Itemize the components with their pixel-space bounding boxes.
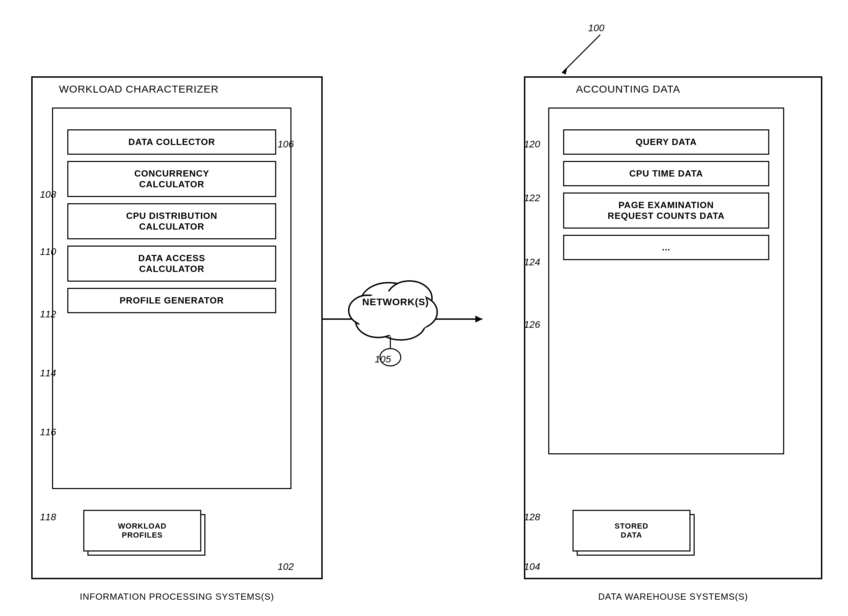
ref-105: 105 <box>375 354 391 365</box>
cpu-time-box: CPU TIME DATA <box>563 161 769 186</box>
svg-point-39 <box>377 309 425 340</box>
svg-marker-34 <box>475 315 482 323</box>
svg-line-0 <box>562 45 590 73</box>
ref-124: 124 <box>524 257 540 268</box>
svg-marker-35 <box>427 315 434 323</box>
data-collector-box: DATA COLLECTOR <box>67 129 276 155</box>
ref-110: 110 <box>40 246 56 258</box>
ref-116: 116 <box>40 426 56 438</box>
network-label: NETWORK(S) <box>361 296 430 308</box>
ref-128: 128 <box>524 512 540 523</box>
svg-point-48 <box>358 304 398 334</box>
ref-120: 120 <box>524 139 540 150</box>
diagram: 100 WORKLOAD CHARACTERIZER DATA COLLECTO… <box>0 0 848 616</box>
ref-106: 106 <box>277 139 294 150</box>
svg-line-1 <box>590 35 600 45</box>
profile-generator-box: PROFILE GENERATOR <box>67 288 276 313</box>
ref-100: 100 <box>588 22 605 34</box>
right-section-title: ACCOUNTING DATA <box>576 83 680 95</box>
data-access-box: DATA ACCESSCALCULATOR <box>67 246 276 281</box>
ref-126: 126 <box>524 319 540 330</box>
ref-104: 104 <box>524 561 540 572</box>
left-section-title: WORKLOAD CHARACTERIZER <box>59 83 219 95</box>
svg-point-47 <box>377 309 422 336</box>
left-bottom-label: INFORMATION PROCESSING SYSTEMS(S) <box>31 591 323 602</box>
query-data-box: QUERY DATA <box>563 129 769 155</box>
workload-profiles-stack: WORKLOADPROFILES <box>83 510 208 558</box>
ref-118: 118 <box>40 512 56 523</box>
page-examination-box: PAGE EXAMINATIONREQUEST COUNTS DATA <box>563 192 769 229</box>
ref-102: 102 <box>277 561 294 572</box>
right-bottom-label: DATA WAREHOUSE SYSTEMS(S) <box>524 591 822 602</box>
svg-point-40 <box>356 304 401 338</box>
ref-112: 112 <box>40 309 56 320</box>
ref-108: 108 <box>40 189 56 200</box>
cpu-distribution-box: CPU DISTRIBUTIONCALCULATOR <box>67 203 276 239</box>
ellipsis-box: ... <box>563 235 769 260</box>
left-inner-box: DATA COLLECTOR CONCURRENCYCALCULATOR CPU… <box>52 108 292 489</box>
concurrency-calculator-box: CONCURRENCYCALCULATOR <box>67 161 276 197</box>
ref-114: 114 <box>40 368 56 379</box>
stored-data-stack: STOREDDATA <box>572 510 697 558</box>
right-inner-box: QUERY DATA CPU TIME DATA PAGE EXAMINATIO… <box>548 108 784 455</box>
ref-122: 122 <box>524 192 540 204</box>
svg-marker-2 <box>562 68 567 75</box>
